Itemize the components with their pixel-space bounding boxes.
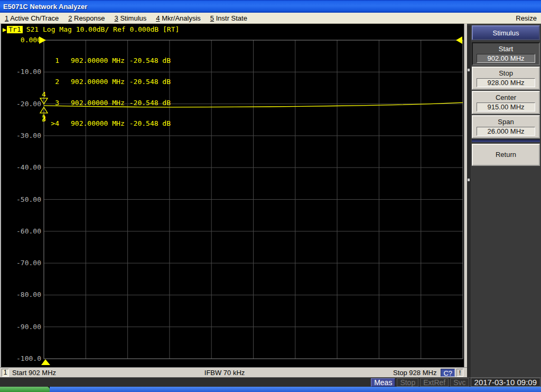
y-tick-label: -40.00 xyxy=(5,163,41,171)
windows-taskbar xyxy=(0,387,541,392)
menu-response[interactable]: 2 Response xyxy=(63,14,109,22)
softkey-menu-title: Stimulus xyxy=(472,25,540,40)
extref-status-badge: ExtRef xyxy=(420,378,449,387)
menu-instr-state[interactable]: 5 Instr State xyxy=(206,14,252,22)
softkey-separator xyxy=(472,139,540,142)
marker-row: 2902.00000 MHz-20.548 dB xyxy=(46,78,171,85)
channel-status-bar: 1 Start 902 MHz IFBW 70 kHz Stop 928 MHz… xyxy=(0,367,467,377)
active-trace-arrow-icon: ▶ xyxy=(3,26,6,33)
marker-row: 1902.00000 MHz-20.548 dB xyxy=(46,57,171,64)
span-value-field[interactable]: 26.000 MHz xyxy=(477,127,535,136)
marker-row: 3902.00000 MHz-20.548 dB xyxy=(46,99,171,106)
title-bar: E5071C Network Analyzer xyxy=(0,0,541,13)
instrument-status-bar: Meas Stop ExtRef Svc 2017-03-10 09:09 xyxy=(0,377,541,387)
status-stop-freq: Stop 928 MHz xyxy=(393,369,436,377)
correction-badge: C? xyxy=(441,369,455,377)
marker-row: >4902.00000 MHz-20.548 dB xyxy=(46,120,171,127)
meas-status-badge: Meas xyxy=(371,378,395,387)
taskbar-strip xyxy=(50,387,541,392)
trace-status-line: ▶ Tr1 S21 Log Mag 10.00dB/ Ref 0.000dB [… xyxy=(3,26,179,33)
softkey-span[interactable]: Span 26.000 MHz xyxy=(472,115,540,138)
scrollbar-tick xyxy=(468,179,470,181)
menu-mkr-analysis[interactable]: 4 Mkr/Analysis xyxy=(151,14,206,22)
channel-window: 14123 0.000-10.00-20.00-30.00-40.00-50.0… xyxy=(0,24,467,377)
e5071c-screen: E5071C Network Analyzer 1 Active Ch/Trac… xyxy=(0,0,541,392)
status-start-freq: Start 902 MHz xyxy=(12,369,56,377)
softkey-stop[interactable]: Stop 928.00 MHz xyxy=(472,67,540,90)
y-tick-label: 0.000 xyxy=(5,36,41,44)
menu-resize[interactable]: Resize xyxy=(511,14,541,22)
y-tick-label: -50.00 xyxy=(5,195,41,203)
softkey-scrollbar[interactable] xyxy=(467,25,471,377)
center-value-field[interactable]: 915.00 MHz xyxy=(477,102,535,111)
warning-indicator: ! xyxy=(456,369,463,377)
softkey-center[interactable]: Center 915.00 MHz xyxy=(472,91,540,114)
y-tick-label: -10.00 xyxy=(5,68,41,76)
y-tick-label: -20.00 xyxy=(5,100,41,108)
channel-number-box: 1 xyxy=(2,369,9,377)
svg-text:3: 3 xyxy=(42,115,46,123)
trace-format-text: S21 Log Mag 10.00dB/ Ref 0.000dB [RT] xyxy=(26,26,180,33)
stop-status-badge: Stop xyxy=(397,378,418,387)
menu-stimulus[interactable]: 3 Stimulus xyxy=(110,14,152,22)
start-button[interactable] xyxy=(0,387,50,392)
graph-area: 14123 0.000-10.00-20.00-30.00-40.00-50.0… xyxy=(0,24,467,367)
menu-active-ch-trace[interactable]: 1 Active Ch/Trace xyxy=(0,14,63,22)
stop-value-field[interactable]: 928.00 MHz xyxy=(477,78,535,87)
softkey-start[interactable]: Start 902.00 MHz xyxy=(472,42,540,66)
svg-text:4: 4 xyxy=(42,90,46,98)
y-tick-label: -80.00 xyxy=(5,291,41,298)
softkey-menu: Stimulus Start 902.00 MHz Stop 928.00 MH… xyxy=(467,24,541,377)
y-tick-label: -70.00 xyxy=(5,259,41,267)
scrollbar-tick xyxy=(468,69,470,71)
y-tick-label: -60.00 xyxy=(5,227,41,235)
y-tick-label: -30.00 xyxy=(5,132,41,139)
window-title: E5071C Network Analyzer xyxy=(3,3,87,11)
y-tick-label: -90.00 xyxy=(5,323,41,331)
status-ifbw: IFBW 70 kHz xyxy=(204,369,245,377)
start-value-field[interactable]: 902.00 MHz xyxy=(477,54,535,63)
softkey-return[interactable]: Return xyxy=(472,144,540,166)
trace-name-badge[interactable]: Tr1 xyxy=(7,26,22,33)
datetime-display: 2017-03-10 09:09 xyxy=(471,378,540,387)
menu-bar: 1 Active Ch/Trace 2 Response 3 Stimulus … xyxy=(0,13,541,24)
marker-readout-table: 1902.00000 MHz-20.548 dB 2902.00000 MHz-… xyxy=(46,43,171,141)
y-tick-label: -100.0 xyxy=(5,354,41,362)
svc-status-badge: Svc xyxy=(450,378,469,387)
